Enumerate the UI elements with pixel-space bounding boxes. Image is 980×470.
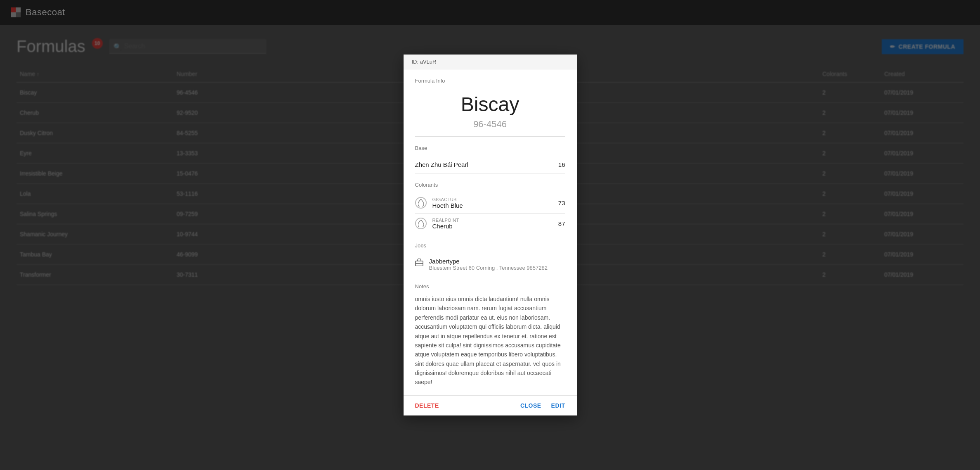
job-row: Jabbertype Bluestem Street 60 Corning , … xyxy=(415,254,565,275)
formula-info-label: Formula Info xyxy=(415,78,565,84)
modal-id-bar: ID: aVLuR xyxy=(404,55,577,69)
colorant-brand: Realpoint xyxy=(432,218,558,223)
job-address: Bluestem Street 60 Corning , Tennessee 9… xyxy=(429,265,548,271)
formula-name: Biscay xyxy=(415,94,565,116)
formula-id: ID: aVLuR xyxy=(412,59,437,65)
base-amount: 16 xyxy=(558,161,565,168)
colorant-info: Gigaclub Hoeth Blue xyxy=(432,197,558,209)
job-name: Jabbertype xyxy=(429,258,548,265)
close-button[interactable]: CLOSE xyxy=(520,402,541,409)
notes-section-label: Notes xyxy=(415,283,565,290)
briefcase-icon xyxy=(415,259,423,268)
colorant-name: Cherub xyxy=(432,223,558,230)
colorant-drop-icon xyxy=(415,197,427,209)
divider-1 xyxy=(415,136,565,137)
job-details: Jabbertype Bluestem Street 60 Corning , … xyxy=(429,258,548,271)
base-name: Zhēn Zhū Bái Pearl xyxy=(415,161,468,168)
jobs-section-label: Jobs xyxy=(415,242,565,249)
colorant-amount: 73 xyxy=(558,199,565,207)
formula-number: 96-4546 xyxy=(415,119,565,130)
colorant-name: Hoeth Blue xyxy=(432,202,558,209)
colorant-amount: 87 xyxy=(558,220,565,227)
colorant-row: Gigaclub Hoeth Blue 73 xyxy=(415,193,565,214)
colorant-brand: Gigaclub xyxy=(432,197,558,202)
colorant-drop-icon xyxy=(415,218,427,229)
formula-detail-modal: ID: aVLuR Formula Info Biscay 96-4546 Ba… xyxy=(404,55,577,415)
colorant-info: Realpoint Cherub xyxy=(432,218,558,230)
modal-actions-right: CLOSE EDIT xyxy=(520,402,565,409)
delete-button[interactable]: DELETE xyxy=(415,402,439,409)
edit-button[interactable]: EDIT xyxy=(551,402,565,409)
modal-actions: DELETE CLOSE EDIT xyxy=(404,395,577,415)
colorants-section-label: Colorants xyxy=(415,182,565,188)
base-section-label: Base xyxy=(415,145,565,151)
colorant-row: Realpoint Cherub 87 xyxy=(415,214,565,234)
base-row: Zhēn Zhū Bái Pearl 16 xyxy=(415,156,565,173)
modal-overlay[interactable]: ID: aVLuR Formula Info Biscay 96-4546 Ba… xyxy=(0,0,980,470)
modal-body: Formula Info Biscay 96-4546 Base Zhēn Zh… xyxy=(404,78,577,395)
notes-text: omnis iusto eius omnis dicta laudantium!… xyxy=(415,294,565,387)
